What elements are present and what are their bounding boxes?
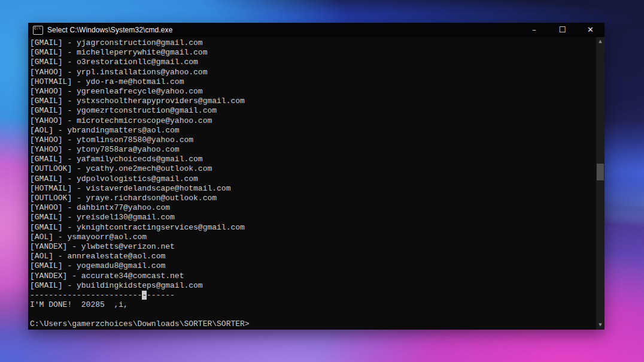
window-controls: – ☐ ✕: [520, 23, 604, 37]
console-line: [GMAIL] - ybuildingkidsteps@gmail.com: [30, 281, 595, 291]
console-line: [YANDEX] - ylwbetts@verizon.net: [30, 242, 595, 252]
titlebar[interactable]: C:\ Select C:\Windows\System32\cmd.exe –…: [28, 23, 604, 37]
console-line: [OUTLOOK] - ycathy.one2mech@outlook.com: [30, 164, 595, 174]
console-line: [GMAIL] - yjagrconstruction@gmail.com: [30, 38, 595, 48]
console-line: [YAHOO] - ytony7858ara@yahoo.com: [30, 145, 595, 155]
done-line: I'M DONE! 20285 ,i,: [30, 300, 595, 310]
console-line: [GMAIL] - yreisdel130@gmail.com: [30, 213, 595, 222]
scrollbar-down-icon[interactable]: ▼: [596, 321, 604, 330]
text-cursor: -: [142, 291, 147, 300]
scrollbar-thumb[interactable]: [597, 164, 604, 180]
console-line: [AOL] - ysmayoorr@aol.com: [30, 233, 595, 242]
console-line: [GMAIL] - yknightcontractingservices@gma…: [30, 223, 595, 233]
console-line: [OUTLOOK] - yraye.richardson@outlook.com: [30, 194, 595, 203]
console-line: [GMAIL] - o3restorationllc@gmail.com: [30, 58, 595, 67]
console-line: [AOL] - annrealestate@aol.com: [30, 252, 595, 261]
console-line: [GMAIL] - ygomezrtconstruction@gmail.com: [30, 106, 595, 116]
prompt-line: C:\Users\gamerzchoices\Downloads\SORTER\…: [30, 319, 595, 329]
separator-dashes: ------------------------: [30, 291, 142, 300]
console-line: [AOL] - ybrandingmatters@aol.com: [30, 126, 595, 135]
console-line: [GMAIL] - ystxschooltherapyproviders@gma…: [30, 96, 595, 106]
cmd-window: C:\ Select C:\Windows\System32\cmd.exe –…: [28, 23, 604, 330]
console-output[interactable]: [GMAIL] - yjagrconstruction@gmail.com[GM…: [28, 37, 604, 330]
console-line: [YANDEX] - accurate34@comcast.net: [30, 272, 595, 281]
maximize-button[interactable]: ☐: [548, 23, 576, 37]
cmd-icon-text: C:\: [34, 26, 41, 31]
console-line: [YAHOO] - ytomlinson78580@yahoo.com: [30, 135, 595, 145]
separator-dashes: ------: [147, 291, 175, 300]
console-line: [YAHOO] - ygreenleafrecycle@yahoo.com: [30, 87, 595, 96]
console-line: [YAHOO] - yrpl.installations@yahoo.com: [30, 68, 595, 77]
scrollbar[interactable]: ▲ ▼: [596, 37, 604, 330]
console-line: [YAHOO] - microtechmicroscope@yahoo.com: [30, 116, 595, 126]
console-line: [YAHOO] - dahbintx77@yahoo.com: [30, 203, 595, 213]
console-line: [GMAIL] - yafamilychoicecds@gmail.com: [30, 155, 595, 164]
separator-line: -------------------------------: [30, 291, 595, 300]
console-line: [HOTMAIL] - vistaverdelandscape@hotmail.…: [30, 184, 595, 194]
scrollbar-up-icon[interactable]: ▲: [596, 37, 604, 46]
console-line: [HOTMAIL] - ydo-ra-me@hotmail.com: [30, 77, 595, 87]
close-button[interactable]: ✕: [576, 23, 604, 37]
console-line: [GMAIL] - michelleperrywhite@gmail.com: [30, 48, 595, 58]
minimize-button[interactable]: –: [520, 23, 548, 37]
cmd-icon: C:\: [33, 26, 43, 35]
console-line: [GMAIL] - yogemadu8@gmail.com: [30, 261, 595, 271]
window-title: Select C:\Windows\System32\cmd.exe: [47, 26, 172, 34]
console-content: [GMAIL] - yjagrconstruction@gmail.com[GM…: [30, 38, 595, 330]
console-line: [GMAIL] - ydpolvologistics@gmail.com: [30, 174, 595, 184]
blank-line: [30, 310, 595, 319]
console-lines: [GMAIL] - yjagrconstruction@gmail.com[GM…: [30, 38, 595, 291]
